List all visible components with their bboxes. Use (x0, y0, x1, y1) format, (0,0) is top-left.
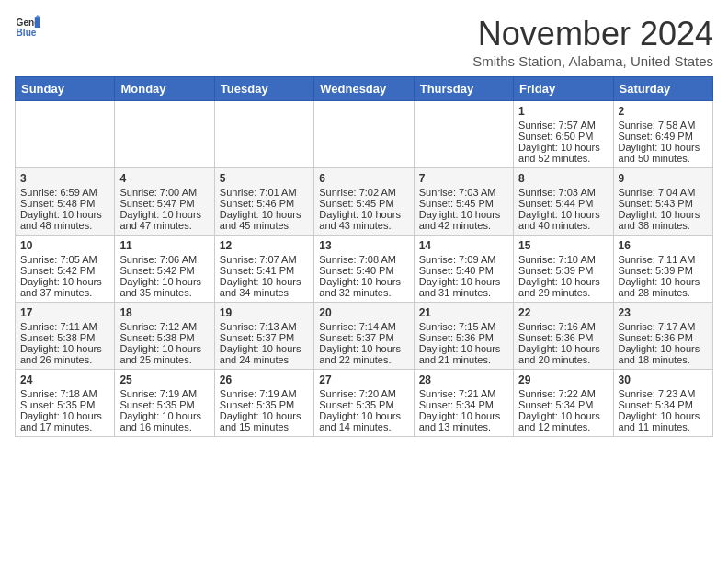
day-info: Sunset: 5:39 PM (619, 265, 708, 276)
day-info: Sunset: 5:37 PM (220, 332, 309, 343)
day-number: 10 (20, 239, 109, 252)
day-info: Sunrise: 7:22 AM (518, 388, 608, 399)
calendar-cell: 10Sunrise: 7:05 AMSunset: 5:42 PMDayligh… (16, 236, 115, 303)
calendar-cell: 7Sunrise: 7:03 AMSunset: 5:45 PMDaylight… (414, 168, 513, 236)
svg-marker-3 (35, 15, 40, 17)
calendar-cell: 29Sunrise: 7:22 AMSunset: 5:34 PMDayligh… (514, 370, 613, 437)
calendar-cell: 28Sunrise: 7:21 AMSunset: 5:34 PMDayligh… (414, 370, 513, 437)
day-info: and 37 minutes. (20, 287, 109, 298)
calendar-cell: 18Sunrise: 7:12 AMSunset: 5:38 PMDayligh… (115, 303, 214, 370)
day-info: Daylight: 10 hours (220, 209, 309, 220)
day-info: Sunrise: 7:09 AM (419, 254, 508, 265)
day-info: Sunrise: 7:23 AM (619, 388, 708, 399)
col-header-thursday: Thursday (414, 77, 513, 101)
day-info: Sunset: 5:35 PM (119, 399, 209, 410)
day-info: Sunset: 6:49 PM (619, 131, 708, 142)
calendar-cell: 4Sunrise: 7:00 AMSunset: 5:47 PMDaylight… (115, 168, 214, 236)
day-info: Daylight: 10 hours (220, 276, 309, 287)
day-info: Sunrise: 7:02 AM (319, 187, 408, 198)
logo: General Blue (15, 15, 40, 40)
calendar-cell: 5Sunrise: 7:01 AMSunset: 5:46 PMDaylight… (214, 168, 313, 236)
day-info: Daylight: 10 hours (518, 276, 608, 287)
day-info: Sunrise: 6:59 AM (20, 187, 109, 198)
day-info: Sunrise: 7:58 AM (619, 120, 708, 131)
calendar-cell: 21Sunrise: 7:15 AMSunset: 5:36 PMDayligh… (414, 303, 513, 370)
day-info: Sunrise: 7:04 AM (619, 187, 708, 198)
day-info: Sunset: 5:40 PM (419, 265, 508, 276)
day-info: and 35 minutes. (119, 287, 209, 298)
day-info: Daylight: 10 hours (220, 343, 309, 354)
calendar-cell: 9Sunrise: 7:04 AMSunset: 5:43 PMDaylight… (613, 168, 712, 236)
day-number: 12 (220, 239, 309, 252)
day-number: 28 (419, 373, 508, 386)
day-info: Sunrise: 7:00 AM (119, 187, 209, 198)
day-number: 26 (220, 373, 309, 386)
day-number: 19 (220, 306, 309, 319)
day-info: Sunset: 5:41 PM (220, 265, 309, 276)
day-info: Sunset: 5:36 PM (419, 332, 508, 343)
day-info: Sunset: 5:35 PM (220, 399, 309, 410)
day-info: Sunset: 5:45 PM (319, 198, 408, 209)
day-number: 17 (20, 306, 109, 319)
day-info: and 12 minutes. (518, 421, 608, 432)
day-info: Sunrise: 7:11 AM (20, 321, 109, 332)
calendar-cell: 1Sunrise: 7:57 AMSunset: 6:50 PMDaylight… (514, 101, 613, 168)
day-info: Daylight: 10 hours (518, 410, 608, 421)
title-block: November 2024 Smiths Station, Alabama, U… (472, 15, 713, 69)
day-info: Daylight: 10 hours (119, 209, 209, 220)
day-number: 18 (119, 306, 209, 319)
day-info: and 24 minutes. (220, 354, 309, 365)
calendar-cell: 22Sunrise: 7:16 AMSunset: 5:36 PMDayligh… (514, 303, 613, 370)
day-info: Daylight: 10 hours (619, 276, 708, 287)
day-number: 3 (20, 172, 109, 185)
day-info: and 42 minutes. (419, 220, 508, 231)
day-info: Sunrise: 7:21 AM (419, 388, 508, 399)
day-info: Daylight: 10 hours (419, 410, 508, 421)
calendar-cell (214, 101, 313, 168)
page-header: General Blue November 2024 Smiths Statio… (15, 15, 713, 69)
day-number: 11 (119, 239, 209, 252)
day-info: and 52 minutes. (518, 153, 608, 164)
day-number: 8 (518, 172, 608, 185)
calendar-cell: 6Sunrise: 7:02 AMSunset: 5:45 PMDaylight… (314, 168, 414, 236)
day-info: and 45 minutes. (220, 220, 309, 231)
day-info: Sunset: 5:38 PM (119, 332, 209, 343)
col-header-saturday: Saturday (613, 77, 712, 101)
col-header-monday: Monday (115, 77, 214, 101)
day-info: and 50 minutes. (619, 153, 708, 164)
calendar-week-row: 24Sunrise: 7:18 AMSunset: 5:35 PMDayligh… (16, 370, 713, 437)
day-info: Sunrise: 7:03 AM (518, 187, 608, 198)
day-info: Sunrise: 7:17 AM (619, 321, 708, 332)
calendar-cell: 17Sunrise: 7:11 AMSunset: 5:38 PMDayligh… (16, 303, 115, 370)
day-number: 29 (518, 373, 608, 386)
day-number: 13 (319, 239, 408, 252)
day-info: and 25 minutes. (119, 354, 209, 365)
day-info: and 32 minutes. (319, 287, 408, 298)
day-info: Daylight: 10 hours (619, 343, 708, 354)
day-number: 9 (619, 172, 708, 185)
calendar-cell (115, 101, 214, 168)
calendar-cell: 13Sunrise: 7:08 AMSunset: 5:40 PMDayligh… (314, 236, 414, 303)
day-info: Sunset: 5:42 PM (20, 265, 109, 276)
calendar-cell: 12Sunrise: 7:07 AMSunset: 5:41 PMDayligh… (214, 236, 313, 303)
calendar-header-row: SundayMondayTuesdayWednesdayThursdayFrid… (16, 77, 713, 101)
day-info: Sunset: 5:47 PM (119, 198, 209, 209)
day-info: and 13 minutes. (419, 421, 508, 432)
day-info: Daylight: 10 hours (619, 209, 708, 220)
day-info: and 16 minutes. (119, 421, 209, 432)
calendar-cell: 20Sunrise: 7:14 AMSunset: 5:37 PMDayligh… (314, 303, 414, 370)
day-info: Sunrise: 7:06 AM (119, 254, 209, 265)
day-info: Sunset: 5:45 PM (419, 198, 508, 209)
day-info: Daylight: 10 hours (619, 410, 708, 421)
day-info: Sunset: 5:42 PM (119, 265, 209, 276)
day-info: Sunset: 5:44 PM (518, 198, 608, 209)
day-info: Sunrise: 7:05 AM (20, 254, 109, 265)
day-info: Sunset: 5:48 PM (20, 198, 109, 209)
day-info: Sunset: 5:46 PM (220, 198, 309, 209)
day-number: 6 (319, 172, 408, 185)
day-number: 27 (319, 373, 408, 386)
svg-text:Blue: Blue (17, 28, 37, 38)
day-number: 7 (419, 172, 508, 185)
calendar-cell: 15Sunrise: 7:10 AMSunset: 5:39 PMDayligh… (514, 236, 613, 303)
day-info: Sunrise: 7:15 AM (419, 321, 508, 332)
